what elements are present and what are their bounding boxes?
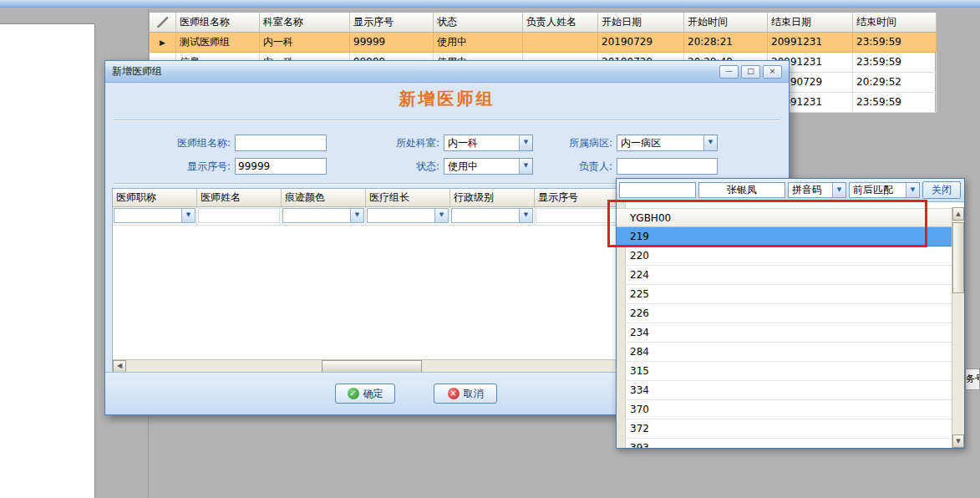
grid-column-header[interactable]: 结束日期 [768, 13, 853, 33]
lookup-list-item[interactable]: 220 [617, 246, 952, 266]
grid-cell: 20:28:21 [684, 33, 768, 53]
status-label: 状态: [373, 158, 439, 175]
lookup-list-item[interactable]: 372 [617, 419, 952, 439]
entry-cell: ▼ [450, 207, 535, 225]
group-name-label: 医师组名称: [160, 135, 231, 151]
status-value: 使用中 [448, 159, 517, 174]
entry-cell: ▼ [282, 207, 366, 225]
scrollbar-thumb[interactable] [952, 222, 964, 293]
lookup-list-item[interactable]: 226 [617, 304, 952, 323]
grid-cell: 99999 [350, 33, 434, 53]
grid-cell: 23:59:59 [853, 33, 937, 53]
grid-row[interactable]: ▶ 测试医师组 内一科 99999 使用中 20190729 20:28:21 … [150, 33, 935, 53]
scroll-left-icon[interactable]: ◀ [113, 360, 126, 373]
table-column-header[interactable]: 显示序号 [535, 189, 619, 206]
grid-cell: 23:59:59 [853, 53, 937, 73]
grid-column-header[interactable]: 状态 [434, 13, 523, 33]
group-leader-combo[interactable]: ▼ [367, 208, 449, 223]
doctor-name-input[interactable] [198, 208, 280, 223]
grid-cell: 内一科 [260, 33, 350, 53]
chevron-down-icon[interactable]: ▼ [519, 135, 532, 150]
dialog-heading: 新增医师组 [105, 88, 789, 110]
scrollbar-thumb[interactable] [322, 360, 422, 373]
lookup-filter-input[interactable] [619, 182, 696, 198]
chevron-down-icon[interactable]: ▼ [350, 209, 363, 222]
cancel-button[interactable]: × 取消 [434, 384, 497, 404]
screen: 务号 医师组名称科室名称显示序号状态负责人姓名开始日期开始时间结束日期结束时间 … [0, 0, 980, 498]
lookup-list-item[interactable]: 225 [617, 285, 952, 304]
scroll-up-icon[interactable]: ▲ [952, 207, 964, 221]
row-indicator: ▶ [150, 33, 176, 53]
status-combo[interactable]: 使用中 ▼ [444, 158, 533, 175]
ok-button[interactable]: ✓ 确定 [335, 384, 395, 404]
annotation-red-box [607, 200, 927, 247]
grid-column-header[interactable]: 开始时间 [684, 13, 768, 33]
display-order-entry[interactable] [536, 208, 617, 223]
grid-column-header[interactable]: 显示序号 [350, 13, 434, 33]
chevron-down-icon[interactable]: ▼ [703, 135, 717, 150]
chevron-down-icon[interactable]: ▼ [519, 159, 532, 174]
dialog-titlebar[interactable]: 新增医师组 — □ × [105, 61, 789, 83]
grid-column-header[interactable]: 科室名称 [260, 13, 350, 33]
lookup-list-item[interactable]: 234 [617, 323, 952, 343]
table-column-header[interactable]: 行政级别 [450, 189, 535, 206]
manager-label: 负责人: [546, 158, 612, 175]
minimize-icon[interactable]: — [719, 65, 739, 79]
match-mode-combo[interactable]: 前后匹配 ▼ [849, 182, 920, 198]
display-order-label: 显示序号: [160, 158, 231, 175]
x-icon: × [448, 388, 460, 399]
chevron-down-icon[interactable]: ▼ [906, 183, 919, 197]
ward-combo[interactable]: 内一病区 ▼ [617, 135, 718, 151]
table-column-header[interactable]: 医师职称 [113, 189, 197, 206]
cancel-button-label: 取消 [464, 387, 484, 401]
doctor-title-combo[interactable]: ▼ [114, 208, 195, 223]
entry-cell: ▼ [366, 207, 450, 225]
window-controls: — □ × [719, 65, 782, 79]
grid-cell: 20991231 [768, 33, 853, 53]
admin-level-combo[interactable]: ▼ [451, 208, 533, 223]
match-mode-value: 前后匹配 [853, 183, 904, 197]
background-window-top-bar [0, 0, 980, 8]
lookup-list-item[interactable]: 284 [617, 343, 952, 362]
grid-header-row: 医师组名称科室名称显示序号状态负责人姓名开始日期开始时间结束日期结束时间 [150, 13, 935, 33]
lookup-items: 219220224225226234284315334370372393 [617, 227, 952, 448]
grid-cell: 23:59:59 [853, 93, 937, 113]
lookup-list-item[interactable]: 224 [617, 266, 952, 285]
display-order-input[interactable] [235, 158, 327, 175]
grid-column-header[interactable]: 医师组名称 [176, 13, 260, 33]
chevron-down-icon[interactable]: ▼ [181, 209, 195, 222]
grid-corner [150, 13, 176, 33]
table-column-header[interactable]: 痕迹颜色 [282, 189, 366, 206]
grid-column-header[interactable]: 负责人姓名 [523, 13, 598, 33]
close-icon[interactable]: × [763, 65, 782, 79]
grid-cell: 20:29:52 [853, 73, 937, 93]
lookup-name-field[interactable] [698, 182, 785, 198]
code-mode-combo[interactable]: 拼音码 ▼ [788, 182, 846, 198]
chevron-down-icon[interactable]: ▼ [832, 183, 845, 197]
group-name-input[interactable] [235, 135, 327, 151]
grid-cell: 20190729 [598, 33, 684, 53]
dialog-title: 新增医师组 [112, 64, 162, 79]
chevron-down-icon[interactable]: ▼ [519, 209, 532, 222]
lookup-list-item[interactable]: 393 [617, 439, 952, 448]
trace-color-combo[interactable]: ▼ [282, 208, 364, 223]
lookup-list-item[interactable]: 315 [617, 362, 952, 381]
grid-column-header[interactable]: 结束时间 [853, 13, 937, 33]
table-column-header[interactable]: 医疗组长 [366, 189, 450, 206]
lookup-list-item[interactable]: 370 [617, 400, 952, 419]
background-text-fragment: 务号 [965, 368, 980, 390]
lookup-list-item[interactable]: 334 [617, 381, 952, 400]
scroll-down-icon[interactable]: ▼ [952, 434, 964, 448]
manager-input[interactable] [617, 158, 718, 175]
maximize-icon[interactable]: □ [741, 65, 760, 79]
check-icon: ✓ [348, 388, 359, 399]
department-combo[interactable]: 内一科 ▼ [444, 135, 533, 151]
grid-cell: 测试医师组 [176, 33, 260, 53]
department-value: 内一科 [448, 135, 517, 150]
vertical-scrollbar[interactable]: ▲ ▼ [952, 207, 964, 448]
grid-column-header[interactable]: 开始日期 [598, 13, 684, 33]
lookup-close-button[interactable]: 关闭 [922, 181, 961, 199]
table-column-header[interactable]: 医师姓名 [197, 189, 282, 206]
ward-label: 所属病区: [546, 135, 612, 151]
chevron-down-icon[interactable]: ▼ [434, 209, 448, 222]
